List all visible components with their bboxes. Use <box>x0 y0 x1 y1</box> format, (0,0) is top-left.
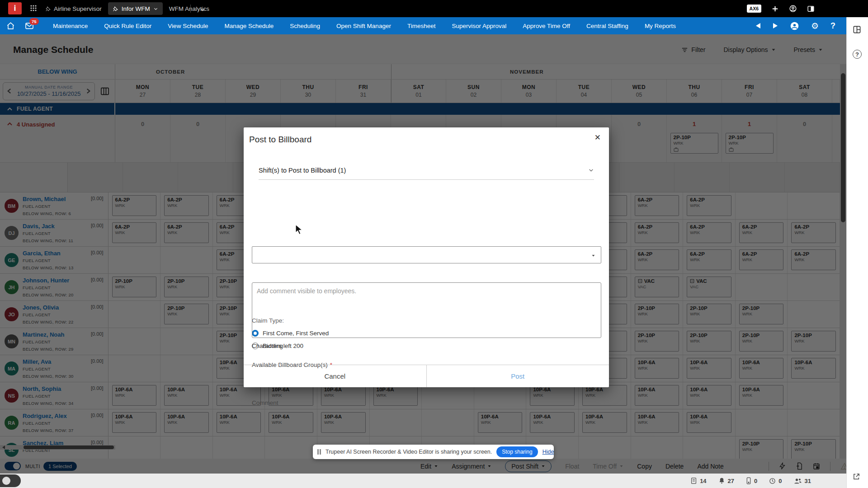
chevron-down-icon <box>153 6 158 11</box>
pause-icon <box>317 449 321 455</box>
toast-message: Trupeer AI Screen Recorder & Video Edito… <box>326 449 492 455</box>
mail-badge: 75 <box>29 18 39 25</box>
nav-right-icons: ⚙ ? <box>755 21 835 31</box>
clipboard-icon <box>690 477 697 484</box>
nav-item-approve-time-off[interactable]: Approve Time Off <box>523 23 570 29</box>
status-count: 0 <box>754 478 757 484</box>
nav-item-timesheet[interactable]: Timesheet <box>407 23 436 29</box>
app-link-airline-supervisor[interactable]: Airline Supervisor <box>45 5 102 12</box>
nav-item-supervisor-approval[interactable]: Supervisor Approval <box>452 23 506 29</box>
status-item[interactable]: 31 <box>794 478 811 484</box>
shifts-accordion[interactable]: Shift(s) to Post to Billboard (1) <box>259 161 594 180</box>
nav-back-icon[interactable] <box>755 23 761 29</box>
status-count: 31 <box>805 478 811 484</box>
nav-forward-icon[interactable] <box>773 23 778 29</box>
nav-item-scheduling[interactable]: Scheduling <box>290 23 320 29</box>
right-dock: ? <box>846 17 868 488</box>
status-item[interactable]: 27 <box>718 477 734 484</box>
topbar-right: AX6 <box>747 0 815 17</box>
cancel-button[interactable]: Cancel <box>244 365 427 387</box>
environment-badge: AX6 <box>747 5 761 13</box>
status-count: 0 <box>778 478 782 484</box>
pin-icon <box>113 6 118 12</box>
layout-panel-icon[interactable] <box>853 25 861 34</box>
post-to-billboard-modal: Post to Billboard ✕ Shift(s) to Post to … <box>244 127 609 387</box>
status-count: 27 <box>728 478 734 484</box>
status-item[interactable]: 0 <box>746 477 757 484</box>
hide-link[interactable]: Hide <box>542 449 554 455</box>
people-icon <box>794 478 802 484</box>
close-icon[interactable]: ✕ <box>593 131 603 144</box>
chevron-down-icon <box>588 167 594 173</box>
pin-icon <box>45 6 51 12</box>
chevron-down-icon <box>591 253 595 258</box>
corner-widget[interactable] <box>0 474 21 487</box>
nav-items: MaintenanceQuick Rule EditorView Schedul… <box>53 23 677 29</box>
help-circle-icon[interactable]: ? <box>853 50 862 59</box>
bell-icon <box>718 477 725 484</box>
external-link-icon[interactable] <box>853 473 860 480</box>
screen-share-toast: Trupeer AI Screen Recorder & Video Edito… <box>313 445 554 459</box>
nav-item-quick-rule-editor[interactable]: Quick Rule Editor <box>104 23 151 29</box>
device-icon <box>746 477 751 484</box>
profile-icon[interactable] <box>790 21 799 31</box>
app-switcher: Airline Supervisor Infor WFM WFM Analyti… <box>45 0 209 17</box>
status-bar: 14270031 <box>0 474 846 488</box>
status-count: 14 <box>700 478 706 484</box>
main-navbar: 75 MaintenanceQuick Rule EditorView Sche… <box>0 17 846 34</box>
nav-item-open-shift-manager[interactable]: Open Shift Manager <box>336 23 391 29</box>
panel-icon[interactable] <box>807 5 815 13</box>
plus-icon[interactable] <box>771 5 779 13</box>
app-link-infor-wfm[interactable]: Infor WFM <box>108 2 163 15</box>
app-grid-icon[interactable] <box>30 5 37 12</box>
nav-item-manage-schedule[interactable]: Manage Schedule <box>224 23 274 29</box>
mail-icon[interactable]: 75 <box>25 22 34 29</box>
screen: i Airline Supervisor Infor WFM WFM Analy… <box>0 0 868 488</box>
stop-sharing-button[interactable]: Stop sharing <box>496 446 538 457</box>
topbar-divider <box>190 5 191 13</box>
nav-item-view-schedule[interactable]: View Schedule <box>168 23 208 29</box>
comment-label: Comment <box>252 399 278 406</box>
modal-title: Post to Billboard <box>249 135 311 145</box>
billboard-group-select[interactable] <box>252 246 601 263</box>
status-item[interactable]: 0 <box>769 478 782 484</box>
status-item[interactable]: 14 <box>690 477 706 484</box>
user-icon[interactable] <box>789 5 797 13</box>
topbar: i Airline Supervisor Infor WFM WFM Analy… <box>0 0 868 17</box>
chevron-down-icon[interactable] <box>200 7 206 13</box>
modal-footer: Cancel Post <box>244 365 609 387</box>
nav-item-my-reports[interactable]: My Reports <box>645 23 676 29</box>
infor-logo-icon[interactable]: i <box>8 2 22 14</box>
gear-icon[interactable]: ⚙ <box>811 21 819 31</box>
mouse-cursor <box>295 224 305 237</box>
home-icon[interactable] <box>6 22 15 30</box>
post-button[interactable]: Post <box>427 365 609 387</box>
nav-item-maintenance[interactable]: Maintenance <box>53 23 88 29</box>
help-icon[interactable]: ? <box>830 21 835 31</box>
comment-textarea[interactable]: Add comment visible to employees. <box>252 282 601 338</box>
characters-left: Characters left 200 <box>252 343 303 349</box>
clock-icon <box>769 478 776 484</box>
nav-item-central-staffing[interactable]: Central Staffing <box>586 23 628 29</box>
